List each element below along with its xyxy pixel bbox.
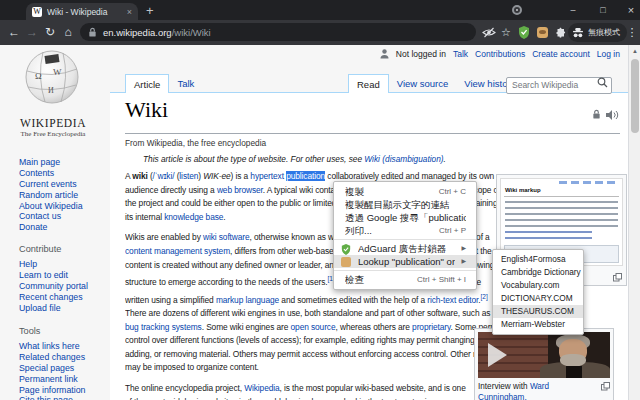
browser-toolbar: ← → ↻ ⌂ en.wikipedia.org/wiki/Wiki ☆	[0, 20, 640, 45]
link-open-source[interactable]: open source	[291, 322, 336, 332]
reload-icon[interactable]: ↻	[42, 20, 58, 45]
link-proprietary[interactable]: proprietary	[412, 322, 450, 332]
submenu-item-merriam-webster[interactable]: Merriam-Webster	[493, 318, 583, 331]
video-caption: Interview with Ward Cunningham, inventor…	[478, 381, 610, 400]
thumb-rule	[504, 196, 619, 197]
thumb-heading: Wiki markup	[505, 187, 541, 193]
tab-view-source[interactable]: View source	[389, 74, 457, 93]
sidebar-nav-list: Main pageContentsCurrent eventsRandom ar…	[19, 157, 83, 233]
scrollbar-thumb[interactable]	[631, 59, 639, 133]
text-run: and sometimes edited with the help of a	[279, 294, 427, 304]
tab-close-icon[interactable]: ×	[127, 7, 132, 17]
lookup-extension-icon[interactable]	[537, 27, 548, 38]
enlarge-icon[interactable]	[601, 382, 610, 391]
page-title: Wiki	[125, 97, 168, 123]
eye-blocked-icon[interactable]	[482, 27, 496, 38]
listen-audio-icon[interactable]	[606, 109, 620, 121]
new-tab-button[interactable]: +	[146, 2, 154, 19]
sidebar-tools-link[interactable]: Cite this page	[19, 395, 86, 400]
link-pronunciation[interactable]: /ˈwɪki/	[153, 171, 175, 181]
sidebar-contribute-link[interactable]: Recent changes	[19, 292, 88, 303]
text-run: , whereas others are	[336, 322, 413, 332]
search-box	[506, 74, 612, 91]
link-bug-tracking-systems[interactable]: bug tracking systems	[125, 322, 202, 332]
sidebar-tools-link[interactable]: Permanent link	[19, 374, 86, 385]
page-scrollbar[interactable]: ▲	[628, 45, 640, 400]
play-button-icon[interactable]	[488, 343, 507, 367]
search-icon[interactable]	[597, 77, 608, 88]
scrollbar-up-arrow[interactable]: ▲	[629, 45, 640, 57]
tab-read[interactable]: Read	[348, 74, 389, 93]
sidebar-nav-link[interactable]: Current events	[19, 179, 83, 190]
browser-menu-icon[interactable]: ⋮	[624, 20, 640, 45]
window-close-button[interactable]: ×	[620, 0, 640, 20]
menu-item-copy[interactable]: 複製 Ctrl + C	[334, 185, 476, 198]
back-icon[interactable]: ←	[6, 20, 22, 45]
sidebar-tools-link[interactable]: Page information	[19, 385, 86, 396]
selected-text-publication: publication	[286, 171, 325, 181]
link-rich-text-editor[interactable]: rich-text editor	[427, 294, 478, 304]
personal-link-log-in[interactable]: Log in	[597, 49, 620, 59]
sidebar-nav-link[interactable]: Contents	[19, 168, 83, 179]
sidebar-contribute-link[interactable]: Learn to edit	[19, 270, 88, 281]
sidebar-nav-link[interactable]: Contact us	[19, 211, 83, 222]
link-markup-language[interactable]: markup language	[216, 294, 279, 304]
personal-link-contributions[interactable]: Contributions	[475, 49, 525, 59]
tab-article[interactable]: Article	[125, 74, 169, 93]
link-listen[interactable]: listen	[179, 171, 198, 181]
sidebar-tools-link[interactable]: Related changes	[19, 352, 86, 363]
link-hypertext[interactable]: hypertext	[250, 171, 284, 181]
menu-item-adguard[interactable]: AdGuard 廣告封鎖器 ▶	[334, 242, 476, 255]
submenu-item-english4formosa[interactable]: English4Formosa	[493, 253, 583, 266]
sidebar-contribute-link[interactable]: Upload file	[19, 303, 88, 314]
menu-item-copy-highlight-link[interactable]: 複製醒目顯示文字的連結	[334, 198, 476, 211]
sidebar-contribute-link[interactable]: Help	[19, 259, 88, 270]
window-maximize-button[interactable]: □	[592, 0, 614, 20]
menu-item-print[interactable]: 列印... Ctrl + P	[334, 224, 476, 237]
enlarge-icon[interactable]	[613, 273, 622, 282]
link-web-browser[interactable]: web browser	[217, 185, 263, 195]
login-status: Not logged in	[396, 49, 446, 59]
home-icon[interactable]: ⌂	[60, 20, 76, 45]
submenu-item-cambridge-dictionary[interactable]: Cambridge Dictionary	[493, 266, 583, 279]
sidebar-contribute-link[interactable]: Community portal	[19, 281, 88, 292]
link-wiki-software[interactable]: wiki software	[203, 232, 250, 242]
address-bar[interactable]: en.wikipedia.org/wiki/Wiki	[80, 23, 476, 41]
submenu-item-vocabulary-com[interactable]: Vocabulary.com	[493, 279, 583, 292]
adguard-shield-icon[interactable]	[518, 26, 530, 39]
bookmark-star-icon[interactable]: ☆	[498, 20, 514, 45]
svg-text:И: И	[48, 86, 54, 95]
menu-label: 複製	[345, 185, 431, 198]
sidebar-tools-link[interactable]: Special pages	[19, 363, 86, 374]
user-icon	[380, 49, 389, 59]
link-wikipedia[interactable]: Wikipedia	[244, 383, 279, 393]
personal-link-talk[interactable]: Talk	[453, 49, 468, 59]
video-thumbnail[interactable]: Interview with Ward Cunningham, inventor…	[474, 328, 614, 400]
video-still[interactable]	[478, 332, 610, 378]
sidebar-nav-link[interactable]: Main page	[19, 157, 83, 168]
menu-label: 透過 Google 搜尋「publication」	[345, 211, 466, 224]
link-wiki-disambiguation[interactable]: Wiki (disambiguation)	[364, 154, 443, 164]
ref-2[interactable]: [2]	[480, 293, 487, 300]
personal-link-create-account[interactable]: Create account	[532, 49, 590, 59]
tab-title: Wiki - Wikipedia	[47, 7, 123, 17]
extensions-puzzle-icon[interactable]	[554, 27, 566, 39]
submenu-item-dictionary-com[interactable]: DICTIONARY.COM	[493, 292, 583, 305]
tab-talk[interactable]: Talk	[169, 74, 202, 93]
menu-item-search-google[interactable]: 透過 Google 搜尋「publication」	[334, 211, 476, 224]
paragraph-3: The online encyclopedia project, Wikiped…	[125, 382, 470, 400]
sidebar-nav-link[interactable]: About Wikipedia	[19, 201, 83, 212]
menu-item-inspect[interactable]: 檢查 Ctrl + Shift + I	[334, 273, 476, 286]
sidebar-nav-link[interactable]: Donate	[19, 222, 83, 233]
browser-tab[interactable]: W Wiki - Wikipedia ×	[26, 3, 138, 20]
link-knowledge-base[interactable]: knowledge base	[164, 212, 223, 222]
menu-separator	[334, 239, 476, 240]
sidebar-tools-link[interactable]: What links here	[19, 341, 86, 352]
submenu-item-thesaurus-com[interactable]: THESAURUS.COM	[493, 305, 583, 318]
menu-item-lookup[interactable]: Lookup "publication" on ... ▶	[334, 255, 476, 268]
link-content-management-system[interactable]: content management system	[125, 246, 230, 256]
incognito-badge[interactable]: 無痕模式	[568, 23, 627, 42]
wikipedia-globe-logo[interactable]: Ω W И	[23, 47, 81, 105]
window-minimize-button[interactable]: –	[562, 0, 584, 20]
sidebar-nav-link[interactable]: Random article	[19, 190, 83, 201]
